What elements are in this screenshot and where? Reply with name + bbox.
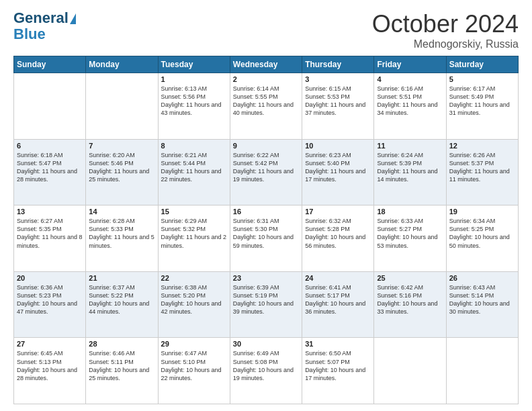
day-number: 21 [89,274,154,282]
cell-info: Sunrise: 6:21 AM Sunset: 5:44 PM Dayligh… [161,151,227,184]
cell-info: Sunrise: 6:32 AM Sunset: 5:28 PM Dayligh… [305,217,371,250]
day-number: 24 [305,274,371,282]
col-wednesday: Wednesday [230,56,302,73]
calendar-cell: 13Sunrise: 6:27 AM Sunset: 5:35 PM Dayli… [14,205,86,272]
cell-info: Sunrise: 6:46 AM Sunset: 5:11 PM Dayligh… [89,349,154,382]
cell-info: Sunrise: 6:45 AM Sunset: 5:13 PM Dayligh… [17,349,83,382]
title-block: October 2024 Mednogorskiy, Russia [372,10,519,50]
cell-info: Sunrise: 6:38 AM Sunset: 5:20 PM Dayligh… [161,283,227,316]
calendar-cell: 11Sunrise: 6:24 AM Sunset: 5:39 PM Dayli… [374,139,446,205]
cell-info: Sunrise: 6:34 AM Sunset: 5:25 PM Dayligh… [449,217,515,250]
cell-info: Sunrise: 6:42 AM Sunset: 5:16 PM Dayligh… [377,283,443,316]
day-number: 8 [161,142,227,150]
week-row: 13Sunrise: 6:27 AM Sunset: 5:35 PM Dayli… [14,205,519,272]
day-number: 1 [161,75,227,83]
cell-info: Sunrise: 6:33 AM Sunset: 5:27 PM Dayligh… [377,217,443,250]
day-number: 17 [305,208,371,216]
col-friday: Friday [374,56,446,73]
cell-info: Sunrise: 6:29 AM Sunset: 5:32 PM Dayligh… [161,217,227,250]
calendar-cell: 21Sunrise: 6:37 AM Sunset: 5:22 PM Dayli… [86,271,158,338]
week-row: 20Sunrise: 6:36 AM Sunset: 5:23 PM Dayli… [14,271,519,338]
calendar-cell: 24Sunrise: 6:41 AM Sunset: 5:17 PM Dayli… [302,271,374,338]
cell-info: Sunrise: 6:28 AM Sunset: 5:33 PM Dayligh… [89,217,154,250]
day-number: 16 [233,208,299,216]
cell-info: Sunrise: 6:36 AM Sunset: 5:23 PM Dayligh… [17,283,83,316]
day-number: 20 [17,274,83,282]
calendar-cell: 29Sunrise: 6:47 AM Sunset: 5:10 PM Dayli… [158,338,230,404]
logo-blue: Blue [13,26,46,42]
day-number: 27 [17,340,83,348]
month-title: October 2024 [372,10,519,38]
day-number: 2 [233,75,299,83]
col-monday: Monday [86,56,158,73]
calendar-cell: 30Sunrise: 6:49 AM Sunset: 5:08 PM Dayli… [230,338,302,404]
cell-info: Sunrise: 6:47 AM Sunset: 5:10 PM Dayligh… [161,349,227,382]
day-number: 13 [17,208,83,216]
calendar-cell: 9Sunrise: 6:22 AM Sunset: 5:42 PM Daylig… [230,139,302,205]
cell-info: Sunrise: 6:18 AM Sunset: 5:47 PM Dayligh… [17,151,83,184]
cell-info: Sunrise: 6:26 AM Sunset: 5:37 PM Dayligh… [449,151,515,184]
day-number: 28 [89,340,154,348]
calendar-cell: 18Sunrise: 6:33 AM Sunset: 5:27 PM Dayli… [374,205,446,272]
week-row: 6Sunrise: 6:18 AM Sunset: 5:47 PM Daylig… [14,139,519,205]
calendar-cell: 26Sunrise: 6:43 AM Sunset: 5:14 PM Dayli… [446,271,518,338]
cell-info: Sunrise: 6:50 AM Sunset: 5:07 PM Dayligh… [305,349,371,382]
cell-info: Sunrise: 6:15 AM Sunset: 5:53 PM Dayligh… [305,85,371,118]
day-number: 15 [161,208,227,216]
calendar-cell: 27Sunrise: 6:45 AM Sunset: 5:13 PM Dayli… [14,338,86,404]
calendar: Sunday Monday Tuesday Wednesday Thursday… [13,56,519,404]
cell-info: Sunrise: 6:41 AM Sunset: 5:17 PM Dayligh… [305,283,371,316]
cell-info: Sunrise: 6:23 AM Sunset: 5:40 PM Dayligh… [305,151,371,184]
calendar-cell: 12Sunrise: 6:26 AM Sunset: 5:37 PM Dayli… [446,139,518,205]
day-number: 9 [233,142,299,150]
logo-general: General [13,10,76,26]
calendar-cell [86,73,158,140]
cell-info: Sunrise: 6:27 AM Sunset: 5:35 PM Dayligh… [17,217,83,250]
cell-info: Sunrise: 6:14 AM Sunset: 5:55 PM Dayligh… [233,85,299,118]
day-number: 6 [17,142,83,150]
calendar-cell: 23Sunrise: 6:39 AM Sunset: 5:19 PM Dayli… [230,271,302,338]
logo: General Blue [13,10,76,42]
cell-info: Sunrise: 6:17 AM Sunset: 5:49 PM Dayligh… [449,85,515,118]
week-row: 1Sunrise: 6:13 AM Sunset: 5:56 PM Daylig… [14,73,519,140]
cell-info: Sunrise: 6:13 AM Sunset: 5:56 PM Dayligh… [161,85,227,118]
calendar-cell: 8Sunrise: 6:21 AM Sunset: 5:44 PM Daylig… [158,139,230,205]
calendar-cell: 4Sunrise: 6:16 AM Sunset: 5:51 PM Daylig… [374,73,446,140]
day-number: 11 [377,142,443,150]
calendar-cell: 1Sunrise: 6:13 AM Sunset: 5:56 PM Daylig… [158,73,230,140]
header: General Blue October 2024 Mednogorskiy, … [13,10,519,50]
calendar-cell: 3Sunrise: 6:15 AM Sunset: 5:53 PM Daylig… [302,73,374,140]
day-number: 25 [377,274,443,282]
calendar-cell: 28Sunrise: 6:46 AM Sunset: 5:11 PM Dayli… [86,338,158,404]
day-number: 12 [449,142,515,150]
col-saturday: Saturday [446,56,518,73]
cell-info: Sunrise: 6:20 AM Sunset: 5:46 PM Dayligh… [89,151,154,184]
header-row: Sunday Monday Tuesday Wednesday Thursday… [14,56,519,73]
calendar-cell: 10Sunrise: 6:23 AM Sunset: 5:40 PM Dayli… [302,139,374,205]
calendar-cell: 20Sunrise: 6:36 AM Sunset: 5:23 PM Dayli… [14,271,86,338]
calendar-cell: 22Sunrise: 6:38 AM Sunset: 5:20 PM Dayli… [158,271,230,338]
page: General Blue October 2024 Mednogorskiy, … [0,0,532,411]
calendar-cell: 19Sunrise: 6:34 AM Sunset: 5:25 PM Dayli… [446,205,518,272]
calendar-cell: 15Sunrise: 6:29 AM Sunset: 5:32 PM Dayli… [158,205,230,272]
calendar-cell: 6Sunrise: 6:18 AM Sunset: 5:47 PM Daylig… [14,139,86,205]
calendar-cell: 2Sunrise: 6:14 AM Sunset: 5:55 PM Daylig… [230,73,302,140]
day-number: 22 [161,274,227,282]
day-number: 4 [377,75,443,83]
calendar-cell: 31Sunrise: 6:50 AM Sunset: 5:07 PM Dayli… [302,338,374,404]
day-number: 19 [449,208,515,216]
location: Mednogorskiy, Russia [372,38,519,50]
calendar-cell: 7Sunrise: 6:20 AM Sunset: 5:46 PM Daylig… [86,139,158,205]
day-number: 7 [89,142,154,150]
cell-info: Sunrise: 6:22 AM Sunset: 5:42 PM Dayligh… [233,151,299,184]
calendar-cell [374,338,446,404]
calendar-cell: 17Sunrise: 6:32 AM Sunset: 5:28 PM Dayli… [302,205,374,272]
day-number: 10 [305,142,371,150]
cell-info: Sunrise: 6:31 AM Sunset: 5:30 PM Dayligh… [233,217,299,250]
col-sunday: Sunday [14,56,86,73]
day-number: 30 [233,340,299,348]
cell-info: Sunrise: 6:39 AM Sunset: 5:19 PM Dayligh… [233,283,299,316]
week-row: 27Sunrise: 6:45 AM Sunset: 5:13 PM Dayli… [14,338,519,404]
cell-info: Sunrise: 6:37 AM Sunset: 5:22 PM Dayligh… [89,283,154,316]
day-number: 14 [89,208,154,216]
